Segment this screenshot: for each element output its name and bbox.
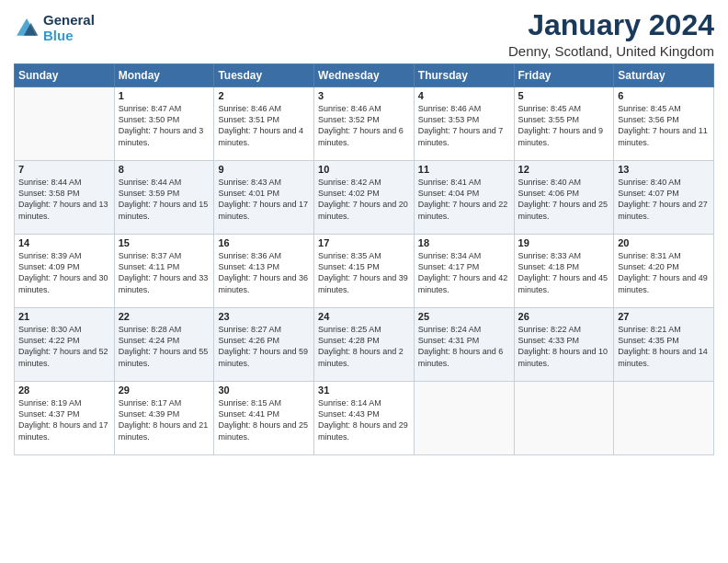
calendar-cell: 19 Sunrise: 8:33 AMSunset: 4:18 PMDaylig… — [514, 235, 614, 308]
cell-content: Sunrise: 8:46 AMSunset: 3:51 PMDaylight:… — [218, 103, 310, 148]
cell-content: Sunrise: 8:44 AMSunset: 3:58 PMDaylight:… — [18, 177, 110, 222]
day-number: 15 — [119, 237, 210, 248]
cell-content: Sunrise: 8:19 AMSunset: 4:37 PMDaylight:… — [18, 397, 110, 442]
calendar-cell: 26 Sunrise: 8:22 AMSunset: 4:33 PMDaylig… — [514, 308, 614, 382]
calendar-cell: 31 Sunrise: 8:14 AMSunset: 4:43 PMDaylig… — [314, 382, 415, 455]
calendar-cell: 13 Sunrise: 8:40 AMSunset: 4:07 PMDaylig… — [614, 161, 714, 235]
calendar-cell: 28 Sunrise: 8:19 AMSunset: 4:37 PMDaylig… — [15, 382, 115, 455]
calendar-cell: 6 Sunrise: 8:45 AMSunset: 3:56 PMDayligh… — [614, 87, 714, 161]
day-header-saturday: Saturday — [614, 64, 714, 87]
day-number: 31 — [318, 385, 410, 396]
header-row: SundayMondayTuesdayWednesdayThursdayFrid… — [15, 64, 714, 87]
cell-content: Sunrise: 8:45 AMSunset: 3:55 PMDaylight:… — [518, 103, 610, 148]
cell-content: Sunrise: 8:34 AMSunset: 4:17 PMDaylight:… — [418, 250, 510, 295]
week-row-4: 21 Sunrise: 8:30 AMSunset: 4:22 PMDaylig… — [15, 308, 714, 382]
day-header-monday: Monday — [114, 64, 214, 87]
calendar-cell — [15, 87, 115, 161]
day-number: 4 — [418, 90, 510, 101]
cell-content: Sunrise: 8:46 AMSunset: 3:53 PMDaylight:… — [418, 103, 510, 148]
calendar-cell: 2 Sunrise: 8:46 AMSunset: 3:51 PMDayligh… — [214, 87, 314, 161]
cell-content: Sunrise: 8:42 AMSunset: 4:02 PMDaylight:… — [318, 177, 410, 222]
logo-general: General — [43, 12, 95, 28]
cell-content: Sunrise: 8:36 AMSunset: 4:13 PMDaylight:… — [218, 250, 310, 295]
title-block: January 2024 Denny, Scotland, United Kin… — [508, 9, 714, 59]
calendar-cell: 14 Sunrise: 8:39 AMSunset: 4:09 PMDaylig… — [15, 235, 115, 308]
day-header-friday: Friday — [514, 64, 614, 87]
logo-blue: Blue — [43, 28, 74, 43]
calendar-cell: 11 Sunrise: 8:41 AMSunset: 4:04 PMDaylig… — [414, 161, 514, 235]
week-row-5: 28 Sunrise: 8:19 AMSunset: 4:37 PMDaylig… — [15, 382, 714, 455]
week-row-2: 7 Sunrise: 8:44 AMSunset: 3:58 PMDayligh… — [15, 161, 714, 235]
cell-content: Sunrise: 8:33 AMSunset: 4:18 PMDaylight:… — [518, 250, 610, 295]
calendar-cell: 17 Sunrise: 8:35 AMSunset: 4:15 PMDaylig… — [314, 235, 415, 308]
logo-text: General Blue — [43, 13, 95, 43]
day-number: 17 — [318, 237, 410, 248]
cell-content: Sunrise: 8:14 AMSunset: 4:43 PMDaylight:… — [318, 397, 410, 442]
calendar-cell — [614, 382, 714, 455]
calendar-cell: 20 Sunrise: 8:31 AMSunset: 4:20 PMDaylig… — [614, 235, 714, 308]
cell-content: Sunrise: 8:31 AMSunset: 4:20 PMDaylight:… — [618, 250, 710, 295]
calendar-cell: 9 Sunrise: 8:43 AMSunset: 4:01 PMDayligh… — [214, 161, 314, 235]
calendar-cell: 22 Sunrise: 8:28 AMSunset: 4:24 PMDaylig… — [114, 308, 214, 382]
calendar-cell: 27 Sunrise: 8:21 AMSunset: 4:35 PMDaylig… — [614, 308, 714, 382]
day-number: 3 — [318, 90, 410, 101]
page-container: General Blue January 2024 Denny, Scotlan… — [0, 0, 728, 465]
cell-content: Sunrise: 8:27 AMSunset: 4:26 PMDaylight:… — [218, 324, 310, 369]
logo: General Blue — [14, 13, 95, 43]
day-header-wednesday: Wednesday — [314, 64, 415, 87]
cell-content: Sunrise: 8:44 AMSunset: 3:59 PMDaylight:… — [119, 177, 210, 222]
day-number: 28 — [18, 385, 110, 396]
cell-content: Sunrise: 8:21 AMSunset: 4:35 PMDaylight:… — [618, 324, 710, 369]
calendar-cell: 25 Sunrise: 8:24 AMSunset: 4:31 PMDaylig… — [414, 308, 514, 382]
day-number: 21 — [18, 311, 110, 322]
cell-content: Sunrise: 8:24 AMSunset: 4:31 PMDaylight:… — [418, 324, 510, 369]
day-header-thursday: Thursday — [414, 64, 514, 87]
calendar-cell: 10 Sunrise: 8:42 AMSunset: 4:02 PMDaylig… — [314, 161, 415, 235]
cell-content: Sunrise: 8:28 AMSunset: 4:24 PMDaylight:… — [119, 324, 210, 369]
day-number: 11 — [418, 164, 510, 175]
calendar-cell: 29 Sunrise: 8:17 AMSunset: 4:39 PMDaylig… — [114, 382, 214, 455]
cell-content: Sunrise: 8:46 AMSunset: 3:52 PMDaylight:… — [318, 103, 410, 148]
cell-content: Sunrise: 8:30 AMSunset: 4:22 PMDaylight:… — [18, 324, 110, 369]
day-number: 30 — [218, 385, 310, 396]
calendar-cell: 21 Sunrise: 8:30 AMSunset: 4:22 PMDaylig… — [15, 308, 115, 382]
day-header-tuesday: Tuesday — [214, 64, 314, 87]
day-number: 7 — [18, 164, 110, 175]
day-number: 10 — [318, 164, 410, 175]
day-number: 19 — [518, 237, 610, 248]
cell-content: Sunrise: 8:17 AMSunset: 4:39 PMDaylight:… — [119, 397, 210, 442]
week-row-3: 14 Sunrise: 8:39 AMSunset: 4:09 PMDaylig… — [15, 235, 714, 308]
month-title: January 2024 — [508, 9, 714, 41]
cell-content: Sunrise: 8:15 AMSunset: 4:41 PMDaylight:… — [218, 397, 310, 442]
day-number: 25 — [418, 311, 510, 322]
calendar-cell: 30 Sunrise: 8:15 AMSunset: 4:41 PMDaylig… — [214, 382, 314, 455]
day-number: 16 — [218, 237, 310, 248]
calendar-cell: 23 Sunrise: 8:27 AMSunset: 4:26 PMDaylig… — [214, 308, 314, 382]
day-number: 23 — [218, 311, 310, 322]
calendar-cell: 8 Sunrise: 8:44 AMSunset: 3:59 PMDayligh… — [114, 161, 214, 235]
cell-content: Sunrise: 8:40 AMSunset: 4:06 PMDaylight:… — [518, 177, 610, 222]
cell-content: Sunrise: 8:37 AMSunset: 4:11 PMDaylight:… — [119, 250, 210, 295]
day-number: 20 — [618, 237, 710, 248]
day-number: 18 — [418, 237, 510, 248]
calendar-cell: 4 Sunrise: 8:46 AMSunset: 3:53 PMDayligh… — [414, 87, 514, 161]
calendar-cell — [514, 382, 614, 455]
logo-icon — [14, 16, 40, 41]
cell-content: Sunrise: 8:41 AMSunset: 4:04 PMDaylight:… — [418, 177, 510, 222]
cell-content: Sunrise: 8:25 AMSunset: 4:28 PMDaylight:… — [318, 324, 410, 369]
calendar-cell: 24 Sunrise: 8:25 AMSunset: 4:28 PMDaylig… — [314, 308, 415, 382]
day-number: 13 — [618, 164, 710, 175]
header: General Blue January 2024 Denny, Scotlan… — [14, 9, 714, 59]
day-number: 12 — [518, 164, 610, 175]
day-number: 22 — [119, 311, 210, 322]
day-number: 9 — [218, 164, 310, 175]
cell-content: Sunrise: 8:47 AMSunset: 3:50 PMDaylight:… — [119, 103, 210, 148]
day-number: 2 — [218, 90, 310, 101]
day-number: 27 — [618, 311, 710, 322]
day-number: 6 — [618, 90, 710, 101]
day-number: 26 — [518, 311, 610, 322]
calendar-cell: 5 Sunrise: 8:45 AMSunset: 3:55 PMDayligh… — [514, 87, 614, 161]
calendar-cell: 12 Sunrise: 8:40 AMSunset: 4:06 PMDaylig… — [514, 161, 614, 235]
location: Denny, Scotland, United Kingdom — [508, 43, 714, 59]
day-number: 29 — [119, 385, 210, 396]
